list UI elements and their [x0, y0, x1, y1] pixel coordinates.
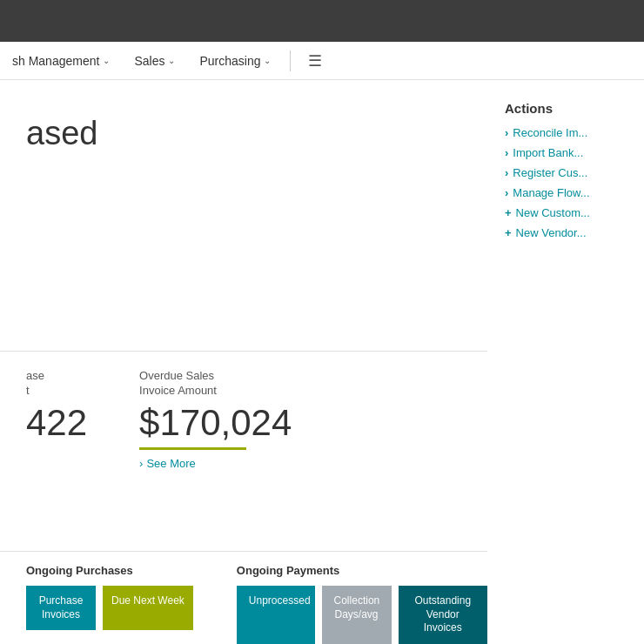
page-title: ased	[26, 115, 487, 152]
plus-icon: +	[505, 226, 512, 239]
nav-label-sales: Sales	[134, 54, 164, 68]
see-more-link[interactable]: › See More	[139, 457, 292, 470]
right-panel: Actions › Reconcile Im... › Import Bank.…	[487, 80, 644, 644]
stat-left-label: ase t	[26, 369, 87, 399]
tile-unprocessed[interactable]: Unprocessed	[237, 586, 315, 644]
stat-item-right: Overdue Sales Invoice Amount $170,024 › …	[139, 369, 292, 470]
top-bar	[0, 0, 644, 42]
tile-collection-days[interactable]: CollectionDays/avg	[322, 586, 392, 644]
group1-title: Ongoing Purchases	[26, 564, 211, 577]
stat-right-value: $170,024	[139, 402, 292, 444]
chevron-right-icon: ›	[505, 166, 508, 179]
tile-due-next-week[interactable]: Due Next Week	[103, 586, 193, 630]
action-register-customer[interactable]: › Register Cus...	[505, 166, 644, 179]
bottom-group-payments: Ongoing Payments Unprocessed CollectionD…	[211, 564, 487, 644]
chevron-right-icon: ›	[505, 186, 508, 199]
hamburger-menu-button[interactable]: ☰	[298, 51, 332, 70]
action-new-customer[interactable]: + New Custom...	[505, 206, 644, 219]
group2-tiles: Unprocessed CollectionDays/avg Outstandi…	[237, 586, 487, 644]
nav-item-sales[interactable]: Sales ⌄	[122, 42, 187, 79]
chevron-right-icon: ›	[505, 126, 508, 139]
stats-section: ase t 422 Overdue Sales Invoice Amount $…	[0, 351, 487, 487]
action-reconcile[interactable]: › Reconcile Im...	[505, 126, 644, 139]
actions-title: Actions	[505, 101, 644, 116]
stat-item-left: ase t 422	[26, 369, 87, 470]
action-import-bank[interactable]: › Import Bank...	[505, 146, 644, 159]
nav-menu: sh Management ⌄ Sales ⌄ Purchasing ⌄ ☰	[0, 42, 644, 80]
chevron-right-icon: ›	[139, 457, 143, 470]
group1-tiles: PurchaseInvoices Due Next Week	[26, 586, 211, 630]
nav-label-cash: sh Management	[12, 54, 99, 68]
chevron-down-icon: ⌄	[103, 56, 110, 65]
plus-icon: +	[505, 206, 512, 219]
nav-item-purchasing[interactable]: Purchasing ⌄	[187, 42, 283, 79]
nav-item-cash-management[interactable]: sh Management ⌄	[0, 42, 122, 79]
chevron-right-icon: ›	[505, 146, 508, 159]
bottom-group-purchases: Ongoing Purchases PurchaseInvoices Due N…	[0, 564, 211, 644]
tile-purchase-invoices[interactable]: PurchaseInvoices	[26, 586, 96, 630]
action-new-vendor[interactable]: + New Vendor...	[505, 226, 644, 239]
nav-divider	[290, 50, 291, 71]
bottom-section-header: Ongoing Purchases PurchaseInvoices Due N…	[0, 564, 487, 644]
left-section: ased ase t 422 Overdue Sales Invoice Amo…	[0, 80, 487, 644]
bottom-section: Ongoing Purchases PurchaseInvoices Due N…	[0, 551, 487, 644]
group2-title: Ongoing Payments	[237, 564, 487, 577]
stat-underline	[139, 447, 246, 450]
action-manage-flow[interactable]: › Manage Flow...	[505, 186, 644, 199]
chevron-down-icon: ⌄	[264, 56, 271, 65]
nav-label-purchasing: Purchasing	[199, 54, 260, 68]
stat-left-value: 422	[26, 402, 87, 444]
stat-right-label: Overdue Sales Invoice Amount	[139, 369, 292, 399]
tile-outstanding-vendor[interactable]: OutstandingVendor Invoices	[399, 586, 487, 644]
chevron-down-icon: ⌄	[168, 56, 175, 65]
main-content: ased ase t 422 Overdue Sales Invoice Amo…	[0, 80, 644, 644]
